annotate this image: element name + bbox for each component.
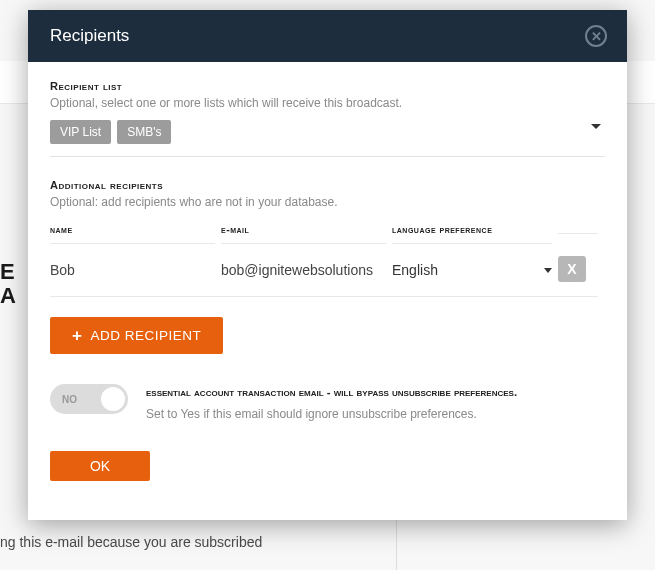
remove-row-button[interactable]: X bbox=[558, 256, 586, 282]
table-row bbox=[50, 248, 215, 278]
additional-recipients-label: additional recipients bbox=[50, 179, 605, 191]
modal-body: recipient list Optional, select one or m… bbox=[28, 62, 627, 503]
recipients-table: name e-mail language preference English … bbox=[50, 223, 605, 297]
modal-header: Recipients bbox=[28, 10, 627, 62]
chip-smbs[interactable]: SMB's bbox=[117, 120, 171, 144]
add-recipient-label: ADD RECIPIENT bbox=[90, 328, 201, 343]
recipients-modal: Recipients recipient list Optional, sele… bbox=[28, 10, 627, 520]
recipient-list-hint: Optional, select one or more lists which… bbox=[50, 96, 605, 110]
essential-hint: Set to Yes if this email should ignore u… bbox=[146, 407, 517, 421]
col-spacer bbox=[558, 233, 598, 234]
essential-title: essential account transaction email - wi… bbox=[146, 384, 517, 401]
add-recipient-button[interactable]: + ADD RECIPIENT bbox=[50, 317, 223, 354]
additional-recipients-hint: Optional: add recipients who are not in … bbox=[50, 195, 605, 209]
name-input[interactable] bbox=[50, 262, 215, 278]
col-name: name bbox=[50, 223, 215, 244]
close-icon[interactable] bbox=[585, 25, 607, 47]
table-row bbox=[221, 248, 386, 278]
ok-button[interactable]: OK bbox=[50, 451, 150, 481]
plus-icon: + bbox=[72, 327, 82, 344]
essential-text-block: essential account transaction email - wi… bbox=[146, 384, 517, 421]
row-divider bbox=[50, 296, 598, 297]
col-language: language preference bbox=[392, 223, 552, 244]
recipient-list-label: recipient list bbox=[50, 80, 605, 92]
toggle-knob bbox=[101, 387, 125, 411]
col-email: e-mail bbox=[221, 223, 386, 244]
bg-divider bbox=[396, 520, 397, 570]
essential-toggle-row: NO essential account transaction email -… bbox=[50, 384, 605, 421]
language-value: English bbox=[392, 262, 438, 278]
bg-partial-logo: E R A C bbox=[0, 260, 30, 308]
email-input[interactable] bbox=[221, 262, 386, 278]
recipient-list-select[interactable]: VIP List SMB's bbox=[50, 120, 605, 157]
chevron-down-icon[interactable] bbox=[544, 268, 552, 273]
modal-title: Recipients bbox=[50, 26, 129, 46]
language-select[interactable]: English bbox=[392, 248, 552, 278]
bg-partial-text: ng this e-mail because you are subscribe… bbox=[0, 534, 262, 550]
chevron-down-icon[interactable] bbox=[591, 124, 601, 129]
chip-vip-list[interactable]: VIP List bbox=[50, 120, 111, 144]
toggle-value: NO bbox=[62, 394, 77, 405]
essential-toggle[interactable]: NO bbox=[50, 384, 128, 414]
